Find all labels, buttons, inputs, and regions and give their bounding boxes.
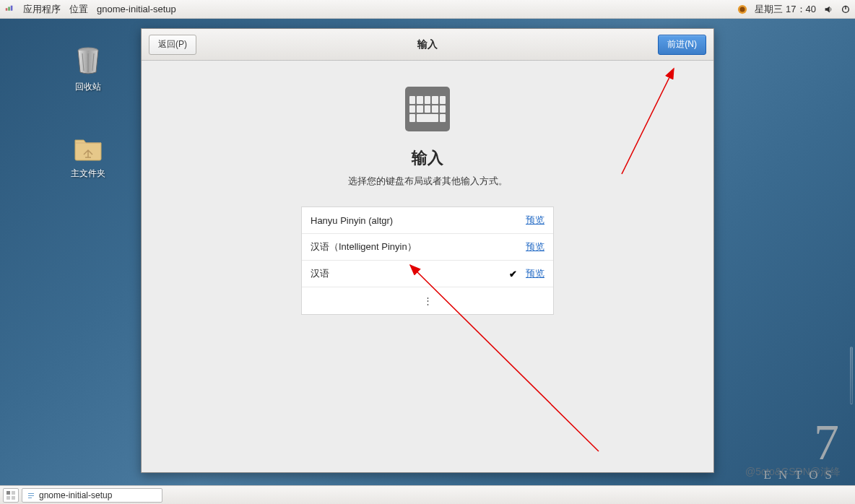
home-label: 主文件夹 — [59, 168, 117, 180]
top-panel: 应用程序 位置 gnome-initial-setup 星期三 17：40 — [0, 0, 855, 19]
places-menu[interactable]: 位置 — [69, 3, 88, 16]
csdn-watermark: @5cto&CSDN@清绛 — [745, 466, 841, 479]
trash-label: 回收站 — [59, 81, 117, 93]
svg-rect-15 — [12, 491, 15, 495]
input-source-label: Hanyu Pinyin (altgr) — [311, 215, 507, 226]
app-title: gnome-initial-setup — [97, 4, 176, 14]
trash-icon[interactable]: 回收站 — [59, 43, 117, 93]
svg-rect-1 — [8, 6, 10, 10]
forward-button[interactable]: 前进(N) — [658, 35, 706, 55]
folder-icon — [71, 130, 105, 165]
volume-icon[interactable] — [823, 4, 833, 14]
apps-menu-icon — [4, 4, 14, 14]
taskbar-app-button[interactable]: gnome-initial-setup — [22, 488, 162, 503]
svg-rect-0 — [6, 8, 8, 11]
preview-link[interactable]: 预览 — [526, 267, 544, 280]
svg-rect-2 — [11, 5, 13, 10]
more-icon: ⋮ — [423, 295, 432, 306]
input-source-row[interactable]: 汉语 ✔ 预览 — [302, 261, 553, 287]
notification-icon[interactable] — [737, 4, 747, 14]
keyboard-icon — [405, 87, 450, 131]
applications-menu[interactable]: 应用程序 — [23, 3, 61, 16]
bottom-panel: gnome-initial-setup — [0, 485, 855, 504]
input-source-label: 汉语 — [311, 267, 507, 280]
back-button[interactable]: 返回(P) — [149, 35, 196, 55]
app-icon — [27, 491, 35, 500]
clock[interactable]: 星期三 17：40 — [755, 3, 816, 16]
taskbar-app-label: gnome-initial-setup — [39, 490, 112, 500]
input-source-row[interactable]: Hanyu Pinyin (altgr) 预览 — [302, 207, 553, 234]
desktop-widget — [850, 347, 853, 404]
input-source-row[interactable]: 汉语（Intelligent Pinyin） 预览 — [302, 234, 553, 261]
page-description: 选择您的键盘布局或者其他输入方式。 — [348, 175, 508, 188]
svg-rect-14 — [6, 491, 10, 495]
window-title: 输入 — [142, 38, 713, 51]
trash-bin-icon — [71, 43, 105, 78]
content-area: 输入 选择您的键盘布局或者其他输入方式。 Hanyu Pinyin (altgr… — [142, 61, 713, 472]
show-desktop-button[interactable] — [3, 488, 19, 503]
svg-rect-17 — [12, 496, 15, 500]
workspace-icon — [6, 491, 15, 500]
initial-setup-window: 返回(P) 输入 前进(N) 输入 选择您的键盘布局或者其他输入方式。 Hany… — [141, 28, 714, 473]
preview-link[interactable]: 预览 — [526, 240, 544, 253]
home-folder-icon[interactable]: 主文件夹 — [59, 130, 117, 180]
check-icon: ✔ — [507, 269, 518, 279]
preview-link[interactable]: 预览 — [526, 214, 544, 227]
input-source-label: 汉语（Intelligent Pinyin） — [311, 240, 507, 253]
titlebar: 返回(P) 输入 前进(N) — [142, 29, 713, 61]
svg-rect-16 — [6, 496, 10, 500]
svg-point-4 — [740, 6, 745, 12]
input-source-list: Hanyu Pinyin (altgr) 预览 汉语（Intelligent P… — [301, 207, 554, 315]
more-input-sources[interactable]: ⋮ — [302, 287, 553, 314]
page-heading: 输入 — [412, 147, 443, 169]
power-icon[interactable] — [841, 4, 851, 14]
